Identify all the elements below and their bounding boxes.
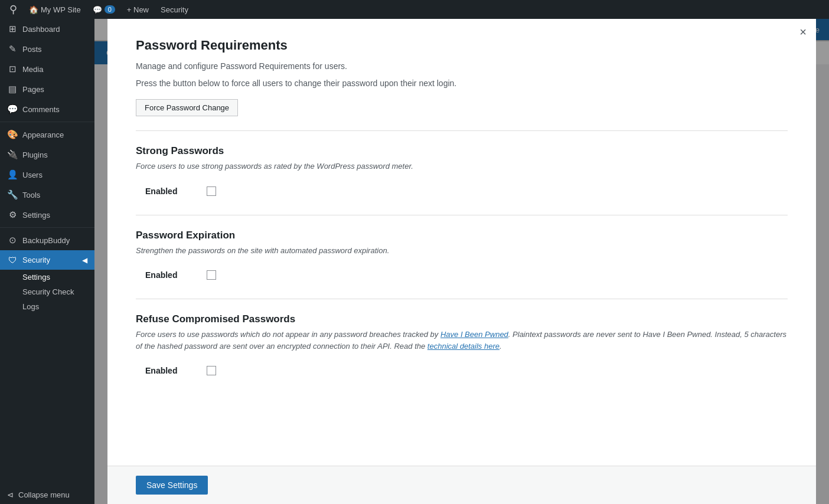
modal-close-button[interactable]: × xyxy=(799,26,807,38)
strong-passwords-field-row: Enabled xyxy=(136,182,788,201)
password-expiration-title: Password Expiration xyxy=(136,230,788,241)
refuse-compromised-desc: Force users to use passwords which do no… xyxy=(136,329,788,352)
sidebar-item-comments[interactable]: 💬 Comments xyxy=(0,99,94,119)
password-expiration-checkbox[interactable] xyxy=(207,270,216,280)
modal-desc1: Manage and configure Password Requiremen… xyxy=(136,60,788,73)
sidebar-divider-2 xyxy=(0,227,94,228)
plugins-icon: 🔌 xyxy=(7,149,18,160)
modal-overlay: × Password Requirements Manage and confi… xyxy=(94,19,829,504)
technical-details-link[interactable]: technical details here xyxy=(427,342,500,351)
strong-passwords-title: Strong Passwords xyxy=(136,145,788,157)
sidebar-item-pages[interactable]: ▤ Pages xyxy=(0,79,94,99)
save-settings-button[interactable]: Save Settings xyxy=(136,476,208,495)
hibp-link[interactable]: Have I Been Pwned xyxy=(440,330,508,339)
sidebar-item-settings[interactable]: ⚙ Settings xyxy=(0,205,94,225)
new-link[interactable]: + New xyxy=(122,0,154,19)
password-expiration-label: Enabled xyxy=(145,270,192,280)
modal-body: Password Requirements Manage and configu… xyxy=(107,19,816,466)
pages-icon: ▤ xyxy=(7,84,18,94)
sidebar-item-tools[interactable]: 🔧 Tools xyxy=(0,185,94,205)
sidebar-item-backupbuddy[interactable]: ⊙ BackupBuddy xyxy=(0,230,94,250)
comments-icon: 💬 xyxy=(7,104,18,114)
security-collapse-arrow: ◀ xyxy=(82,256,87,264)
divider-3 xyxy=(136,299,788,299)
admin-bar: ⚲ 🏠 My WP Site 💬 0 + New Security xyxy=(0,0,829,19)
refuse-compromised-title: Refuse Compromised Passwords xyxy=(136,313,788,325)
sidebar-sub-security-check[interactable]: Security Check xyxy=(0,284,94,299)
force-password-change-button[interactable]: Force Password Change xyxy=(136,99,238,116)
security-link[interactable]: Security xyxy=(156,0,193,19)
strong-passwords-checkbox[interactable] xyxy=(207,186,216,196)
sidebar-sub-logs[interactable]: Logs xyxy=(0,299,94,314)
dashboard-icon: ⊞ xyxy=(7,24,18,34)
sidebar-sub-settings[interactable]: Settings xyxy=(0,270,94,284)
backupbuddy-icon: ⊙ xyxy=(7,235,18,246)
modal-desc2: Press the button below to force all user… xyxy=(136,77,788,90)
sidebar-item-appearance[interactable]: 🎨 Appearance xyxy=(0,125,94,145)
collapse-icon: ⊲ xyxy=(7,490,14,499)
appearance-icon: 🎨 xyxy=(7,129,18,140)
comment-count: 0 xyxy=(105,5,115,14)
posts-icon: ✎ xyxy=(7,44,18,54)
sidebar-item-security[interactable]: 🛡 Security ◀ xyxy=(0,250,94,270)
sidebar-divider-1 xyxy=(0,122,94,122)
strong-passwords-desc: Force users to use strong passwords as r… xyxy=(136,161,788,172)
users-icon: 👤 xyxy=(7,169,18,180)
media-icon: ⊡ xyxy=(7,64,18,74)
password-expiration-desc: Strengthen the passwords on the site wit… xyxy=(136,245,788,257)
modal: × Password Requirements Manage and confi… xyxy=(107,19,816,504)
comments-link[interactable]: 💬 0 xyxy=(88,0,120,19)
sidebar-item-users[interactable]: 👤 Users xyxy=(0,165,94,185)
security-icon: 🛡 xyxy=(7,255,18,265)
tools-icon: 🔧 xyxy=(7,189,18,200)
sidebar-item-dashboard[interactable]: ⊞ Dashboard xyxy=(0,19,94,39)
strong-passwords-label: Enabled xyxy=(145,186,192,196)
refuse-compromised-label: Enabled xyxy=(145,366,192,375)
modal-title: Password Requirements xyxy=(136,38,788,53)
sidebar: ⊞ Dashboard ✎ Posts ⊡ Media ▤ Pages 💬 Co… xyxy=(0,19,94,504)
divider-2 xyxy=(136,215,788,215)
wp-logo[interactable]: ⚲ xyxy=(5,0,22,19)
divider-1 xyxy=(136,130,788,131)
password-expiration-field-row: Enabled xyxy=(136,266,788,284)
sidebar-item-posts[interactable]: ✎ Posts xyxy=(0,39,94,59)
settings-icon: ⚙ xyxy=(7,210,18,220)
modal-footer: Save Settings xyxy=(107,466,816,504)
sidebar-item-media[interactable]: ⊡ Media xyxy=(0,59,94,79)
refuse-compromised-field-row: Enabled xyxy=(136,361,788,380)
sidebar-item-plugins[interactable]: 🔌 Plugins xyxy=(0,145,94,165)
main-content: 404 Detection Away Mode Banned Users Sca… xyxy=(94,19,829,504)
refuse-compromised-checkbox[interactable] xyxy=(207,366,216,375)
site-name-link[interactable]: 🏠 My WP Site xyxy=(24,0,86,19)
collapse-menu[interactable]: ⊲ Collapse menu xyxy=(0,486,94,504)
